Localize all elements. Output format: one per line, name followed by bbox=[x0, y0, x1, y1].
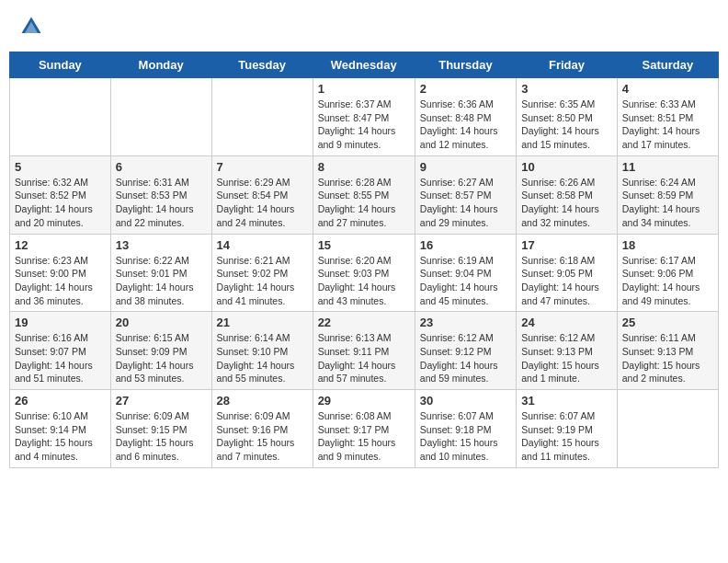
day-info: Sunrise: 6:19 AM Sunset: 9:04 PM Dayligh… bbox=[420, 254, 511, 308]
day-number: 18 bbox=[622, 238, 713, 252]
calendar-day-5: 5Sunrise: 6:32 AM Sunset: 8:52 PM Daylig… bbox=[10, 155, 111, 234]
day-info: Sunrise: 6:26 AM Sunset: 8:58 PM Dayligh… bbox=[521, 176, 612, 230]
day-info: Sunrise: 6:23 AM Sunset: 9:00 PM Dayligh… bbox=[15, 254, 106, 308]
calendar-day-27: 27Sunrise: 6:09 AM Sunset: 9:15 PM Dayli… bbox=[110, 390, 211, 468]
calendar-day-15: 15Sunrise: 6:20 AM Sunset: 9:03 PM Dayli… bbox=[313, 234, 415, 312]
day-info: Sunrise: 6:32 AM Sunset: 8:52 PM Dayligh… bbox=[15, 176, 106, 230]
day-info: Sunrise: 6:24 AM Sunset: 8:59 PM Dayligh… bbox=[622, 176, 713, 230]
calendar-day-10: 10Sunrise: 6:26 AM Sunset: 8:58 PM Dayli… bbox=[517, 155, 618, 234]
day-info: Sunrise: 6:15 AM Sunset: 9:09 PM Dayligh… bbox=[116, 331, 207, 385]
day-number: 25 bbox=[622, 316, 713, 329]
day-info: Sunrise: 6:11 AM Sunset: 9:13 PM Dayligh… bbox=[622, 331, 713, 385]
day-info: Sunrise: 6:09 AM Sunset: 9:15 PM Dayligh… bbox=[116, 409, 207, 464]
calendar-day-2: 2Sunrise: 6:36 AM Sunset: 8:48 PM Daylig… bbox=[415, 78, 516, 156]
day-info: Sunrise: 6:14 AM Sunset: 9:10 PM Dayligh… bbox=[217, 331, 308, 385]
calendar-day-11: 11Sunrise: 6:24 AM Sunset: 8:59 PM Dayli… bbox=[617, 155, 718, 234]
col-header-monday: Monday bbox=[110, 52, 211, 78]
day-number: 3 bbox=[521, 82, 612, 96]
calendar-week-3: 12Sunrise: 6:23 AM Sunset: 9:00 PM Dayli… bbox=[10, 234, 719, 312]
day-info: Sunrise: 6:29 AM Sunset: 8:54 PM Dayligh… bbox=[217, 176, 308, 230]
calendar-day-26: 26Sunrise: 6:10 AM Sunset: 9:14 PM Dayli… bbox=[10, 390, 111, 468]
day-number: 30 bbox=[420, 394, 511, 408]
day-number: 9 bbox=[420, 160, 511, 174]
calendar-day-19: 19Sunrise: 6:16 AM Sunset: 9:07 PM Dayli… bbox=[10, 312, 111, 390]
day-number: 7 bbox=[217, 160, 308, 174]
day-info: Sunrise: 6:08 AM Sunset: 9:17 PM Dayligh… bbox=[318, 409, 410, 464]
day-number: 21 bbox=[217, 316, 308, 329]
col-header-saturday: Saturday bbox=[617, 52, 718, 78]
calendar-day-29: 29Sunrise: 6:08 AM Sunset: 9:17 PM Dayli… bbox=[313, 390, 415, 468]
calendar-day-22: 22Sunrise: 6:13 AM Sunset: 9:11 PM Dayli… bbox=[313, 312, 415, 390]
day-number: 1 bbox=[318, 82, 410, 96]
calendar-week-1: 1Sunrise: 6:37 AM Sunset: 8:47 PM Daylig… bbox=[10, 78, 719, 156]
day-info: Sunrise: 6:31 AM Sunset: 8:53 PM Dayligh… bbox=[116, 176, 207, 230]
empty-cell bbox=[10, 78, 111, 156]
page-header bbox=[9, 9, 719, 44]
day-number: 6 bbox=[116, 160, 207, 174]
day-info: Sunrise: 6:10 AM Sunset: 9:14 PM Dayligh… bbox=[15, 409, 106, 464]
calendar-header-row: SundayMondayTuesdayWednesdayThursdayFrid… bbox=[10, 52, 719, 78]
calendar-day-30: 30Sunrise: 6:07 AM Sunset: 9:18 PM Dayli… bbox=[415, 390, 516, 468]
day-number: 5 bbox=[15, 160, 106, 174]
day-info: Sunrise: 6:12 AM Sunset: 9:12 PM Dayligh… bbox=[420, 331, 511, 385]
day-number: 13 bbox=[116, 238, 207, 252]
calendar-week-2: 5Sunrise: 6:32 AM Sunset: 8:52 PM Daylig… bbox=[10, 155, 719, 234]
empty-cell bbox=[617, 390, 718, 468]
day-number: 14 bbox=[217, 238, 308, 252]
calendar-day-24: 24Sunrise: 6:12 AM Sunset: 9:13 PM Dayli… bbox=[517, 312, 618, 390]
calendar-day-9: 9Sunrise: 6:27 AM Sunset: 8:57 PM Daylig… bbox=[415, 155, 516, 234]
day-number: 15 bbox=[318, 238, 410, 252]
day-info: Sunrise: 6:13 AM Sunset: 9:11 PM Dayligh… bbox=[318, 331, 410, 385]
col-header-thursday: Thursday bbox=[415, 52, 516, 78]
calendar-day-7: 7Sunrise: 6:29 AM Sunset: 8:54 PM Daylig… bbox=[211, 155, 313, 234]
calendar-day-17: 17Sunrise: 6:18 AM Sunset: 9:05 PM Dayli… bbox=[517, 234, 618, 312]
calendar-day-8: 8Sunrise: 6:28 AM Sunset: 8:55 PM Daylig… bbox=[313, 155, 415, 234]
day-info: Sunrise: 6:09 AM Sunset: 9:16 PM Dayligh… bbox=[217, 409, 308, 464]
day-number: 27 bbox=[116, 394, 207, 408]
empty-cell bbox=[211, 78, 313, 156]
calendar-week-5: 26Sunrise: 6:10 AM Sunset: 9:14 PM Dayli… bbox=[10, 390, 719, 468]
day-info: Sunrise: 6:22 AM Sunset: 9:01 PM Dayligh… bbox=[116, 254, 207, 308]
calendar-day-21: 21Sunrise: 6:14 AM Sunset: 9:10 PM Dayli… bbox=[211, 312, 313, 390]
logo bbox=[18, 14, 48, 40]
calendar-day-1: 1Sunrise: 6:37 AM Sunset: 8:47 PM Daylig… bbox=[313, 78, 415, 156]
day-info: Sunrise: 6:07 AM Sunset: 9:18 PM Dayligh… bbox=[420, 409, 511, 464]
day-number: 23 bbox=[420, 316, 511, 329]
day-number: 12 bbox=[15, 238, 106, 252]
day-info: Sunrise: 6:28 AM Sunset: 8:55 PM Dayligh… bbox=[318, 176, 410, 230]
day-info: Sunrise: 6:33 AM Sunset: 8:51 PM Dayligh… bbox=[622, 98, 713, 152]
day-number: 10 bbox=[521, 160, 612, 174]
day-number: 16 bbox=[420, 238, 511, 252]
calendar-day-28: 28Sunrise: 6:09 AM Sunset: 9:16 PM Dayli… bbox=[211, 390, 313, 468]
day-number: 24 bbox=[521, 316, 612, 329]
col-header-friday: Friday bbox=[517, 52, 618, 78]
calendar-day-4: 4Sunrise: 6:33 AM Sunset: 8:51 PM Daylig… bbox=[617, 78, 718, 156]
calendar-day-13: 13Sunrise: 6:22 AM Sunset: 9:01 PM Dayli… bbox=[110, 234, 211, 312]
calendar-day-25: 25Sunrise: 6:11 AM Sunset: 9:13 PM Dayli… bbox=[617, 312, 718, 390]
calendar-week-4: 19Sunrise: 6:16 AM Sunset: 9:07 PM Dayli… bbox=[10, 312, 719, 390]
day-info: Sunrise: 6:36 AM Sunset: 8:48 PM Dayligh… bbox=[420, 98, 511, 152]
day-number: 2 bbox=[420, 82, 511, 96]
calendar-day-31: 31Sunrise: 6:07 AM Sunset: 9:19 PM Dayli… bbox=[517, 390, 618, 468]
calendar-day-16: 16Sunrise: 6:19 AM Sunset: 9:04 PM Dayli… bbox=[415, 234, 516, 312]
col-header-tuesday: Tuesday bbox=[211, 52, 313, 78]
day-number: 29 bbox=[318, 394, 410, 408]
day-info: Sunrise: 6:12 AM Sunset: 9:13 PM Dayligh… bbox=[521, 331, 612, 385]
col-header-wednesday: Wednesday bbox=[313, 52, 415, 78]
day-number: 17 bbox=[521, 238, 612, 252]
day-number: 26 bbox=[15, 394, 106, 408]
calendar-day-12: 12Sunrise: 6:23 AM Sunset: 9:00 PM Dayli… bbox=[10, 234, 111, 312]
day-info: Sunrise: 6:17 AM Sunset: 9:06 PM Dayligh… bbox=[622, 254, 713, 308]
day-number: 28 bbox=[217, 394, 308, 408]
day-info: Sunrise: 6:27 AM Sunset: 8:57 PM Dayligh… bbox=[420, 176, 511, 230]
calendar-day-14: 14Sunrise: 6:21 AM Sunset: 9:02 PM Dayli… bbox=[211, 234, 313, 312]
logo-icon bbox=[18, 14, 44, 40]
empty-cell bbox=[110, 78, 211, 156]
day-info: Sunrise: 6:21 AM Sunset: 9:02 PM Dayligh… bbox=[217, 254, 308, 308]
calendar-day-18: 18Sunrise: 6:17 AM Sunset: 9:06 PM Dayli… bbox=[617, 234, 718, 312]
calendar-day-20: 20Sunrise: 6:15 AM Sunset: 9:09 PM Dayli… bbox=[110, 312, 211, 390]
day-number: 22 bbox=[318, 316, 410, 329]
calendar-day-6: 6Sunrise: 6:31 AM Sunset: 8:53 PM Daylig… bbox=[110, 155, 211, 234]
day-number: 4 bbox=[622, 82, 713, 96]
day-info: Sunrise: 6:20 AM Sunset: 9:03 PM Dayligh… bbox=[318, 254, 410, 308]
